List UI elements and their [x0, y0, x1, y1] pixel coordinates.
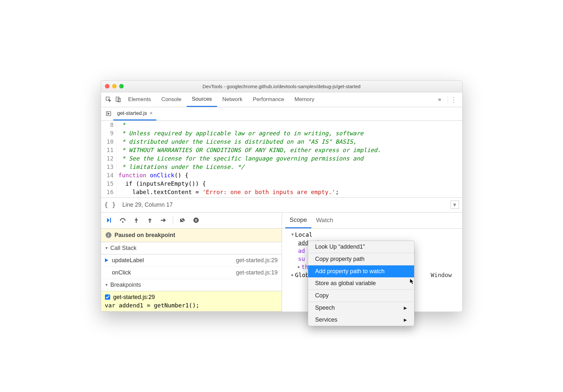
context-menu-item[interactable]: Services▶	[308, 314, 414, 326]
menu-item-label: Copy property path	[315, 256, 365, 263]
deactivate-breakpoints-button[interactable]	[178, 216, 187, 224]
resume-button[interactable]	[105, 216, 113, 224]
submenu-arrow-icon: ▶	[404, 305, 407, 310]
show-navigator-icon[interactable]	[104, 111, 113, 117]
context-menu-item[interactable]: Copy property path	[308, 253, 414, 265]
panel-tab-sources[interactable]: Sources	[187, 92, 217, 107]
breakpoint-row[interactable]: get-started.js:29var addend1 = getNumber…	[101, 291, 282, 312]
global-scope-label: Glob	[295, 272, 309, 278]
step-out-button[interactable]	[146, 216, 154, 224]
frame-function: updateLabel	[112, 257, 144, 264]
call-stack-frame[interactable]: updateLabelget-started.js:29	[101, 254, 282, 267]
scope-tab-watch[interactable]: Watch	[311, 212, 338, 228]
toolbar-separator	[173, 216, 173, 224]
breakpoints-label: Breakpoints	[110, 282, 141, 288]
triangle-right-icon: ▶	[298, 265, 300, 269]
menu-item-label: Speech	[315, 304, 335, 311]
context-menu-item[interactable]: Add property path to watch	[308, 265, 414, 277]
svg-rect-10	[196, 219, 197, 221]
devtools-window: DevTools - googlechrome.github.io/devtoo…	[101, 80, 463, 312]
pause-on-exceptions-button[interactable]	[192, 216, 200, 224]
menu-item-label: Copy	[315, 292, 329, 299]
submenu-arrow-icon: ▶	[404, 317, 407, 322]
collapse-icon[interactable]: ▾	[451, 201, 459, 209]
context-menu: Look Up “addend1”Copy property pathAdd p…	[308, 241, 414, 326]
svg-point-7	[149, 222, 150, 223]
svg-point-6	[135, 222, 137, 223]
menu-item-label: Add property path to watch	[315, 268, 385, 275]
paused-banner: i Paused on breakpoint	[101, 229, 282, 242]
context-menu-item[interactable]: Look Up “addend1”	[308, 241, 414, 253]
menu-item-label: Store as global variable	[315, 280, 376, 287]
triangle-right-icon: ▶	[292, 273, 294, 277]
pretty-print-icon[interactable]: { }	[104, 201, 116, 209]
svg-rect-9	[195, 219, 196, 221]
panel-tabs: ElementsConsoleSourcesNetworkPerformance…	[123, 92, 436, 107]
variable-name: su	[298, 255, 305, 262]
breakpoint-checkbox[interactable]	[105, 294, 110, 300]
call-stack-header[interactable]: ▼ Call Stack	[101, 242, 282, 254]
more-tabs-icon[interactable]: »	[438, 97, 441, 102]
call-stack-label: Call Stack	[110, 245, 136, 252]
panel-tab-console[interactable]: Console	[156, 92, 186, 107]
breakpoint-code: var addend1 = getNumber1();	[105, 302, 278, 309]
toggle-device-icon[interactable]	[113, 95, 123, 104]
cursor-position: Line 29, Column 17	[122, 201, 173, 208]
svg-point-5	[122, 221, 123, 223]
menu-item-label: Look Up “addend1”	[315, 243, 365, 250]
panel-tab-memory[interactable]: Memory	[289, 92, 319, 107]
window-title: DevTools - googlechrome.github.io/devtoo…	[101, 84, 462, 89]
frame-location: get-started.js:19	[236, 269, 277, 276]
debugger-left-panel: i Paused on breakpoint ▼ Call Stack upda…	[101, 212, 282, 312]
svg-rect-1	[116, 97, 119, 101]
close-file-tab-icon[interactable]: ×	[150, 110, 152, 116]
step-button[interactable]	[159, 216, 168, 224]
global-scope-value: Window	[431, 272, 458, 278]
scope-local-header[interactable]: ▼ Local	[282, 231, 462, 239]
info-icon: i	[106, 232, 111, 238]
scope-watch-tabs: ScopeWatch	[282, 212, 462, 229]
step-into-button[interactable]	[132, 216, 141, 224]
breakpoint-label: get-started.js:29	[113, 294, 155, 301]
context-menu-item[interactable]: Store as global variable	[308, 277, 414, 289]
variable-name: th	[301, 263, 308, 270]
triangle-down-icon: ▼	[105, 283, 109, 287]
step-over-button[interactable]	[119, 216, 127, 224]
panel-tab-elements[interactable]: Elements	[123, 92, 156, 107]
panel-tab-performance[interactable]: Performance	[247, 92, 289, 107]
triangle-down-icon: ▼	[292, 232, 294, 237]
code-lines: * * Unless required by applicable law or…	[117, 121, 381, 197]
context-menu-item[interactable]: Speech▶	[308, 302, 414, 314]
debug-toolbar	[101, 212, 282, 229]
context-menu-item[interactable]: Copy	[308, 290, 414, 302]
paused-message: Paused on breakpoint	[115, 232, 175, 239]
editor-status-bar: { } Line 29, Column 17 ▾	[101, 198, 462, 212]
scope-tab-scope[interactable]: Scope	[285, 212, 312, 228]
breakpoints-header[interactable]: ▼ Breakpoints	[101, 279, 282, 291]
triangle-down-icon: ▼	[105, 246, 109, 250]
file-tab-get-started[interactable]: get-started.js ×	[113, 107, 157, 120]
variable-name: ad	[298, 247, 305, 254]
frame-location: get-started.js:29	[236, 257, 277, 264]
code-editor[interactable]: 8910111213141516 * * Unless required by …	[101, 121, 462, 198]
inspect-element-icon[interactable]	[104, 95, 113, 104]
menu-item-label: Services	[315, 316, 338, 323]
settings-menu-icon[interactable]: ⋮	[448, 96, 460, 103]
file-tab-label: get-started.js	[117, 110, 147, 116]
call-stack-frame[interactable]: onClickget-started.js:19	[101, 267, 282, 279]
window-titlebar: DevTools - googlechrome.github.io/devtoo…	[101, 81, 462, 92]
local-scope-label: Local	[295, 231, 312, 238]
devtools-toolbar: ElementsConsoleSourcesNetworkPerformance…	[101, 92, 462, 107]
cursor-icon	[410, 278, 415, 285]
file-tab-bar: get-started.js ×	[101, 107, 462, 121]
panel-tab-network[interactable]: Network	[217, 92, 247, 107]
line-gutter: 8910111213141516	[101, 121, 117, 197]
frame-function: onClick	[112, 269, 131, 276]
svg-point-8	[193, 218, 199, 223]
svg-rect-4	[110, 218, 111, 223]
